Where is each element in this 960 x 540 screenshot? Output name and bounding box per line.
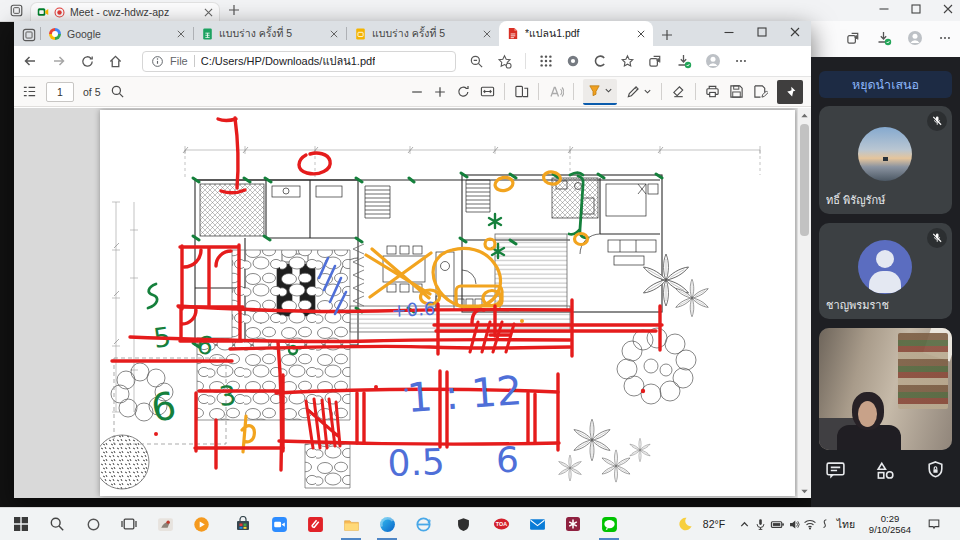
task-view-icon[interactable] [116, 508, 142, 540]
more-menu-icon[interactable] [938, 31, 952, 45]
language-indicator[interactable]: ไทย [832, 508, 860, 540]
vertical-scrollbar[interactable] [797, 108, 811, 498]
page-view-icon[interactable] [514, 84, 529, 99]
apps-grid-icon[interactable] [539, 54, 553, 68]
scroll-down-icon[interactable] [798, 484, 811, 498]
minimize-icon[interactable] [723, 26, 735, 38]
close-tab-icon[interactable] [637, 30, 645, 38]
tab-search-icon[interactable] [22, 28, 36, 42]
toa-app-icon[interactable]: TOA [488, 508, 514, 540]
scroll-up-icon[interactable] [798, 108, 811, 122]
close-tab-icon[interactable] [204, 8, 213, 17]
tray-pen-icon[interactable] [818, 508, 832, 540]
download-icon[interactable] [876, 30, 892, 46]
clock[interactable]: 0:29 9/10/2564 [862, 508, 918, 540]
draw-tool-button[interactable] [626, 80, 652, 104]
profile-avatar[interactable] [907, 30, 923, 46]
file-explorer-icon[interactable] [338, 508, 364, 540]
tab-sheets-draft[interactable]: แบบร่าง ครั้งที่ 5 [194, 21, 346, 46]
save-icon[interactable] [729, 84, 744, 99]
search-document-icon[interactable] [110, 84, 125, 99]
read-aloud-icon[interactable] [548, 84, 564, 100]
address-bar[interactable]: File C:/Users/HP/Downloads/แปลน1.pdf [142, 51, 456, 72]
info-icon[interactable] [151, 55, 164, 68]
pdf-page[interactable]: 5 6 3 6 [100, 110, 795, 496]
taskbar-search-icon[interactable] [44, 508, 70, 540]
profile-avatar[interactable] [705, 53, 721, 69]
new-tab-icon[interactable] [228, 4, 240, 16]
tab-search-icon[interactable] [10, 4, 23, 17]
new-tab-icon[interactable] [661, 29, 673, 41]
settings-more-icon[interactable] [734, 54, 748, 68]
tab-groups-icon[interactable] [846, 31, 861, 46]
internet-explorer-icon[interactable] [410, 508, 436, 540]
tray-chevron-icon[interactable] [736, 508, 752, 540]
back-icon[interactable] [22, 53, 38, 69]
line-app-icon[interactable] [596, 508, 622, 540]
home-icon[interactable] [108, 54, 123, 69]
pin-toolbar-button[interactable] [777, 80, 803, 104]
participant-tile[interactable]: ทธิ์ พิรัญรักษ์ [819, 106, 952, 214]
collections-icon[interactable] [620, 54, 635, 69]
zoom-page-icon[interactable] [469, 54, 484, 69]
close-tab-icon[interactable] [483, 30, 491, 38]
print-icon[interactable] [705, 84, 720, 99]
chat-icon[interactable] [825, 460, 846, 481]
zoom-in-icon[interactable] [433, 85, 447, 99]
action-center-icon[interactable] [924, 508, 944, 540]
flower-app-icon[interactable] [560, 508, 586, 540]
webcam-video [819, 328, 952, 450]
tray-wifi-icon[interactable] [802, 508, 818, 540]
zoom-out-icon[interactable] [410, 85, 424, 99]
maximize-icon[interactable] [756, 26, 768, 38]
eraser-icon[interactable] [671, 84, 686, 99]
mail-icon[interactable] [524, 508, 550, 540]
pin-icon [784, 85, 797, 98]
refresh-icon[interactable] [80, 54, 95, 69]
zoom-app-icon[interactable] [266, 508, 292, 540]
close-window-icon[interactable] [789, 26, 801, 38]
start-button[interactable] [8, 508, 34, 540]
extension-icon[interactable] [566, 54, 580, 68]
activities-icon[interactable] [875, 460, 896, 481]
pdf-viewport[interactable]: 5 6 3 6 [14, 108, 811, 498]
tab-pdf-active[interactable]: *แปลน1.pdf [499, 21, 653, 46]
minimize-icon[interactable] [878, 3, 890, 15]
page-number-input[interactable]: 1 [46, 82, 74, 102]
ms-store-icon[interactable] [230, 508, 256, 540]
close-window-icon[interactable] [942, 3, 954, 15]
host-controls-icon[interactable] [925, 460, 946, 481]
participant-video-tile[interactable] [819, 328, 952, 450]
defender-icon[interactable] [450, 508, 476, 540]
tray-battery-icon[interactable] [768, 508, 786, 540]
sketchup-icon[interactable] [302, 508, 328, 540]
maximize-icon[interactable] [910, 3, 922, 15]
tray-mic-icon[interactable] [752, 508, 768, 540]
ramp-ratio-note: 1 : 12 [405, 367, 523, 421]
extension-c-icon[interactable] [593, 54, 607, 68]
close-tab-icon[interactable] [330, 30, 338, 38]
stop-presenting-button[interactable]: หยุดนำเสนอ [819, 71, 952, 98]
forward-icon[interactable] [51, 53, 67, 69]
download-icon[interactable] [676, 53, 692, 69]
scrollbar-thumb[interactable] [800, 124, 809, 236]
tray-speaker-icon[interactable] [786, 508, 802, 540]
tab-groups-icon[interactable] [648, 54, 663, 69]
save-as-icon[interactable] [753, 84, 768, 99]
photos-app-icon[interactable] [152, 508, 178, 540]
rotate-icon[interactable] [456, 84, 471, 99]
temperature-label[interactable]: 82°F [694, 508, 734, 540]
close-tab-icon[interactable] [177, 30, 185, 38]
cortana-icon[interactable] [80, 508, 106, 540]
outline-toc-icon[interactable] [22, 84, 37, 99]
highlighter-tool-button[interactable] [583, 79, 617, 105]
favorite-star-icon[interactable] [497, 54, 512, 69]
meet-tab[interactable]: Meet - cwz-hdwz-apz [30, 2, 220, 21]
fit-to-width-icon[interactable] [480, 84, 495, 99]
tab-google[interactable]: Google [41, 21, 193, 46]
tab-slides-draft[interactable]: แบบร่าง ครั้งที่ 5 [347, 21, 499, 46]
edge-taskbar-icon[interactable] [374, 508, 400, 540]
participant-tile[interactable]: ชาญพรมราช [819, 223, 952, 319]
media-player-icon[interactable] [188, 508, 214, 540]
background-browser-toolbar [811, 21, 960, 57]
